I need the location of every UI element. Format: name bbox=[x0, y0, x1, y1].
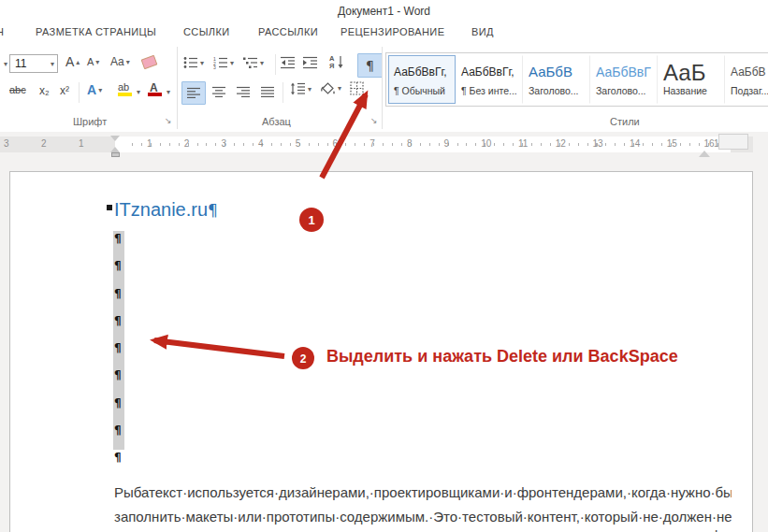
style-name: Подзаг... bbox=[726, 85, 768, 96]
style-card-3[interactable]: АаБбВвГЗаголово... bbox=[590, 55, 658, 104]
grow-font-button[interactable]: A▴ bbox=[65, 54, 80, 69]
align-right-button[interactable] bbox=[232, 81, 254, 103]
ruler-number: 1 bbox=[79, 138, 84, 149]
pilcrow-icon: ¶ bbox=[366, 58, 374, 73]
style-name: Заголово... bbox=[591, 85, 657, 96]
align-right-icon bbox=[237, 86, 251, 98]
highlight-color-bar bbox=[118, 93, 132, 96]
increase-indent-button[interactable] bbox=[303, 56, 318, 69]
justify-icon bbox=[261, 86, 275, 98]
style-card-0[interactable]: АаБбВвГг,¶ Обычный bbox=[388, 55, 456, 104]
multilevel-list-icon bbox=[243, 56, 258, 69]
ruler-number: 3 bbox=[221, 138, 226, 149]
paragraph-dialog-launcher-icon[interactable]: ↘ bbox=[370, 116, 378, 125]
highlight-button[interactable]: ab bbox=[116, 80, 133, 99]
borders-icon bbox=[350, 81, 365, 95]
style-card-2[interactable]: АаБбВЗаголово... bbox=[523, 55, 590, 104]
style-preview: АаБ bbox=[659, 56, 724, 85]
right-indent-marker[interactable] bbox=[699, 145, 710, 157]
ruler-number: 7 bbox=[370, 138, 375, 149]
eraser-icon bbox=[141, 55, 158, 69]
hanging-indent-marker[interactable] bbox=[110, 142, 120, 152]
selected-paragraph-marks: ¶¶¶¶¶¶¶¶¶ bbox=[113, 231, 124, 478]
style-card-5[interactable]: АаБбВПодзаг... bbox=[725, 55, 768, 104]
shading-button[interactable]: ▾ bbox=[320, 81, 341, 95]
pilcrow-mark: ¶ bbox=[114, 341, 122, 354]
ribbon: ▾ 11 ▾ A▴ A▾ Aa▾ abc x₂ x² A▾ ab ▾ A ▾ bbox=[0, 45, 768, 133]
numbering-button[interactable]: 1 2 3 ▾ bbox=[213, 56, 234, 69]
selected-pilcrow-row: ¶ bbox=[113, 258, 124, 285]
window-title: Документ1 - Word bbox=[0, 0, 768, 22]
font-dialog-launcher-icon[interactable]: ↘ bbox=[165, 116, 172, 125]
svg-text:Я: Я bbox=[329, 62, 334, 69]
paint-bucket-icon bbox=[320, 81, 336, 95]
group-separator bbox=[382, 47, 383, 129]
title-bar: Документ1 - Word bbox=[0, 0, 768, 23]
document-heading: ITznanie.ru¶ bbox=[114, 199, 218, 221]
style-name: ¶ Обычный bbox=[389, 85, 455, 96]
ruler-number: 3 bbox=[4, 138, 9, 149]
selected-pilcrow-row: ¶ bbox=[113, 313, 124, 340]
pilcrow-mark: ¶ bbox=[114, 424, 122, 437]
align-left-button[interactable] bbox=[181, 81, 206, 105]
line-spacing-button[interactable]: ▾ bbox=[290, 82, 312, 95]
justify-button[interactable] bbox=[256, 81, 279, 103]
ruler-number: 2 bbox=[184, 138, 190, 149]
ribbon-tab-2[interactable]: ССЫЛКИ bbox=[183, 26, 230, 37]
ribbon-tab-row: НРАЗМЕТКА СТРАНИЦЫССЫЛКИРАССЫЛКИРЕЦЕНЗИР… bbox=[0, 23, 768, 45]
ribbon-tab-4[interactable]: РЕЦЕНЗИРОВАНИЕ bbox=[341, 26, 444, 37]
ruler-number: 13 bbox=[592, 138, 602, 149]
font-name-dropdown-icon[interactable]: ▾ bbox=[4, 60, 7, 68]
ruler-number: 1 bbox=[147, 138, 152, 149]
chevron-down-icon: ▾ bbox=[51, 60, 54, 68]
shrink-font-button[interactable]: A▾ bbox=[87, 56, 99, 67]
chevron-down-icon[interactable]: ▾ bbox=[137, 88, 140, 96]
style-preview: АаБбВвГ bbox=[591, 56, 657, 85]
line-spacing-icon bbox=[290, 82, 306, 95]
ruler-number: 5 bbox=[296, 138, 301, 149]
body-text-line-1: заполнить·макеты·или·прототипы·содержимы… bbox=[114, 509, 732, 525]
superscript-button[interactable]: x² bbox=[60, 84, 69, 97]
left-indent-marker[interactable] bbox=[111, 152, 120, 157]
ribbon-tab-0[interactable]: Н bbox=[0, 26, 4, 37]
selected-pilcrow-row: ¶ bbox=[113, 286, 124, 313]
ribbon-tab-5[interactable]: ВИД bbox=[471, 26, 494, 37]
styles-gallery: АаБбВвГг,¶ ОбычныйАаБбВвГг,¶ Без инте...… bbox=[385, 52, 768, 107]
bullets-button[interactable]: ▾ bbox=[183, 56, 204, 69]
subscript-button[interactable]: x₂ bbox=[39, 84, 50, 97]
pilcrow-mark: ¶ bbox=[114, 232, 122, 245]
sort-button[interactable]: А Я bbox=[329, 54, 345, 69]
multilevel-list-button[interactable]: ▾ bbox=[243, 56, 264, 69]
style-card-4[interactable]: АаБНазвание bbox=[658, 55, 725, 104]
chevron-down-icon[interactable]: ▾ bbox=[167, 88, 170, 96]
caret-down-icon: ▾ bbox=[95, 58, 99, 66]
borders-button[interactable] bbox=[350, 81, 365, 95]
ruler-number: 11 bbox=[518, 138, 528, 149]
font-size-combo[interactable]: 11 ▾ bbox=[9, 54, 58, 73]
text-effects-button[interactable]: A▾ bbox=[87, 82, 102, 97]
align-left-icon bbox=[187, 87, 201, 99]
ribbon-tab-3[interactable]: РАССЫЛКИ bbox=[258, 26, 318, 37]
strikethrough-button[interactable]: abc bbox=[9, 84, 26, 95]
sort-icon: А Я bbox=[329, 54, 345, 69]
font-color-button[interactable]: A bbox=[146, 80, 163, 99]
clear-formatting-button[interactable] bbox=[142, 57, 156, 67]
selected-pilcrow-row: ¶ bbox=[113, 231, 124, 258]
text-effects-icon: A bbox=[87, 82, 96, 97]
ruler-toggle-box[interactable] bbox=[718, 134, 748, 150]
paragraph-group-label: Абзац bbox=[262, 116, 291, 127]
decrease-indent-button[interactable] bbox=[281, 56, 296, 69]
ribbon-tab-1[interactable]: РАЗМЕТКА СТРАНИЦЫ bbox=[36, 26, 156, 37]
style-preview: АаБбВ bbox=[726, 56, 768, 85]
align-center-button[interactable] bbox=[208, 81, 230, 103]
ruler-number: 12 bbox=[556, 138, 566, 149]
ruler-number: 15 bbox=[667, 138, 677, 149]
document-area: 3211234567891011121314151617 ITznanie.ru… bbox=[0, 132, 768, 532]
style-name: ¶ Без инте... bbox=[456, 85, 522, 96]
style-preview: АаБбВ bbox=[524, 56, 589, 85]
ruler-number: 10 bbox=[481, 138, 491, 149]
font-group-label: Шрифт bbox=[73, 116, 107, 127]
change-case-button[interactable]: Aa▾ bbox=[110, 55, 130, 68]
style-card-1[interactable]: АаБбВвГг,¶ Без инте... bbox=[456, 55, 523, 104]
show-paragraph-marks-button[interactable]: ¶ bbox=[357, 53, 383, 78]
